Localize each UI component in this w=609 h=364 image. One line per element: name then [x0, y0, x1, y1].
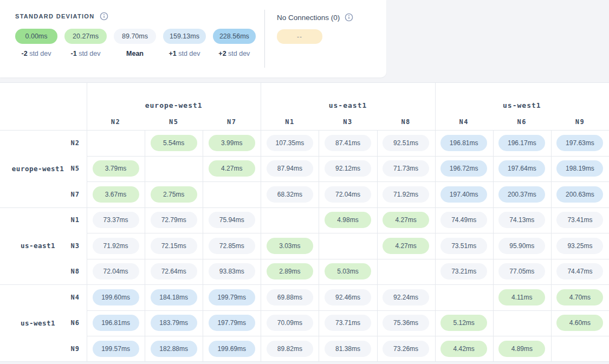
latency-cell[interactable]: 4.60ms — [551, 310, 609, 336]
latency-pill[interactable]: 3.99ms — [209, 135, 255, 151]
latency-cell[interactable]: 68.32ms — [261, 181, 319, 207]
latency-cell[interactable]: 3.67ms — [87, 181, 145, 207]
latency-pill[interactable]: 68.32ms — [267, 186, 313, 203]
latency-cell[interactable]: 196.17ms — [493, 130, 551, 156]
latency-cell[interactable]: 72.04ms — [87, 259, 145, 285]
latency-pill[interactable]: 200.37ms — [498, 186, 545, 203]
latency-pill[interactable]: 196.81ms — [93, 315, 139, 331]
latency-cell[interactable]: 199.57ms — [87, 336, 145, 362]
latency-cell[interactable]: 183.79ms — [145, 310, 203, 336]
latency-cell[interactable]: 4.89ms — [493, 336, 551, 362]
latency-pill[interactable]: 107.35ms — [267, 135, 313, 151]
latency-pill[interactable]: 5.03ms — [325, 263, 371, 280]
latency-cell[interactable]: 197.79ms — [203, 310, 261, 336]
latency-cell[interactable]: 73.37ms — [87, 207, 145, 233]
latency-pill[interactable]: 87.41ms — [325, 135, 371, 151]
latency-pill[interactable]: 2.75ms — [151, 186, 197, 203]
latency-pill[interactable]: 4.98ms — [325, 212, 371, 228]
latency-pill[interactable]: 196.17ms — [498, 135, 545, 151]
latency-pill[interactable]: 69.88ms — [267, 289, 313, 306]
latency-cell[interactable]: 75.36ms — [377, 310, 435, 336]
latency-pill[interactable]: 199.79ms — [209, 289, 255, 306]
latency-pill[interactable]: 73.26ms — [383, 341, 429, 357]
latency-pill[interactable]: 89.82ms — [267, 341, 313, 357]
latency-cell[interactable]: 197.63ms — [551, 130, 609, 156]
latency-cell[interactable]: 72.04ms — [319, 181, 377, 207]
latency-cell[interactable]: 2.75ms — [145, 181, 203, 207]
latency-pill[interactable]: 73.71ms — [325, 315, 371, 331]
latency-cell[interactable]: 93.83ms — [203, 259, 261, 285]
latency-pill[interactable]: 197.64ms — [498, 160, 545, 177]
latency-cell[interactable]: 75.94ms — [203, 207, 261, 233]
latency-pill[interactable]: 4.27ms — [383, 212, 429, 228]
latency-pill[interactable]: 73.51ms — [440, 238, 487, 254]
latency-cell[interactable]: 92.51ms — [377, 130, 435, 156]
latency-cell[interactable]: 73.21ms — [435, 259, 493, 285]
latency-cell[interactable]: 72.85ms — [203, 233, 261, 259]
latency-pill[interactable]: 75.94ms — [209, 212, 255, 228]
latency-cell[interactable]: 107.35ms — [261, 130, 319, 156]
latency-cell[interactable]: 199.60ms — [87, 284, 145, 310]
latency-pill[interactable]: 199.57ms — [93, 341, 139, 357]
latency-pill[interactable]: 198.19ms — [556, 160, 603, 177]
latency-pill[interactable]: 92.46ms — [325, 289, 371, 306]
latency-pill[interactable]: 92.12ms — [325, 160, 371, 177]
latency-pill[interactable]: 70.09ms — [267, 315, 313, 331]
latency-cell[interactable]: 70.09ms — [261, 310, 319, 336]
latency-cell[interactable]: 92.12ms — [319, 156, 377, 182]
latency-cell[interactable]: 4.98ms — [319, 207, 377, 233]
latency-cell[interactable]: 196.72ms — [435, 156, 493, 182]
latency-pill[interactable]: 73.37ms — [93, 212, 139, 228]
latency-cell[interactable]: 4.27ms — [377, 233, 435, 259]
latency-cell[interactable]: 197.64ms — [493, 156, 551, 182]
latency-cell[interactable]: 5.54ms — [145, 130, 203, 156]
latency-pill[interactable]: 4.89ms — [498, 341, 545, 357]
latency-pill[interactable]: 3.67ms — [93, 186, 139, 203]
latency-pill[interactable]: 71.73ms — [383, 160, 429, 177]
latency-pill[interactable]: 72.15ms — [151, 238, 197, 254]
latency-cell[interactable]: 200.63ms — [551, 181, 609, 207]
latency-cell[interactable]: 200.37ms — [493, 181, 551, 207]
latency-pill[interactable]: 4.42ms — [440, 341, 487, 357]
info-icon[interactable] — [100, 12, 108, 21]
latency-pill[interactable]: 5.12ms — [440, 315, 487, 331]
latency-cell[interactable]: 87.41ms — [319, 130, 377, 156]
latency-cell[interactable]: 3.03ms — [261, 233, 319, 259]
latency-pill[interactable]: 4.27ms — [383, 238, 429, 254]
latency-pill[interactable]: 199.60ms — [93, 289, 139, 306]
latency-pill[interactable]: 72.85ms — [209, 238, 255, 254]
latency-pill[interactable]: 3.79ms — [93, 160, 139, 177]
latency-pill[interactable]: 81.38ms — [325, 341, 371, 357]
latency-cell[interactable]: 72.15ms — [145, 233, 203, 259]
latency-cell[interactable]: 184.18ms — [145, 284, 203, 310]
latency-pill[interactable]: 93.25ms — [556, 238, 603, 254]
latency-cell[interactable]: 4.11ms — [493, 284, 551, 310]
latency-cell[interactable]: 72.79ms — [145, 207, 203, 233]
latency-pill[interactable]: 184.18ms — [151, 289, 197, 306]
latency-cell[interactable]: 73.71ms — [319, 310, 377, 336]
latency-cell[interactable]: 72.64ms — [145, 259, 203, 285]
latency-cell[interactable]: 199.79ms — [203, 284, 261, 310]
latency-pill[interactable]: 74.47ms — [556, 263, 603, 280]
latency-cell[interactable]: 69.88ms — [261, 284, 319, 310]
latency-cell[interactable]: 73.51ms — [435, 233, 493, 259]
latency-pill[interactable]: 92.24ms — [383, 289, 429, 306]
latency-cell[interactable]: 5.03ms — [319, 259, 377, 285]
latency-pill[interactable]: 95.90ms — [498, 238, 545, 254]
latency-pill[interactable]: 75.36ms — [383, 315, 429, 331]
latency-pill[interactable]: 4.11ms — [498, 289, 545, 306]
latency-cell[interactable]: 3.99ms — [203, 130, 261, 156]
latency-pill[interactable]: 71.92ms — [383, 186, 429, 203]
latency-cell[interactable]: 2.89ms — [261, 259, 319, 285]
latency-pill[interactable]: 2.89ms — [267, 263, 313, 280]
latency-cell[interactable]: 4.42ms — [435, 336, 493, 362]
latency-pill[interactable]: 4.27ms — [209, 160, 255, 177]
latency-cell[interactable]: 71.92ms — [377, 181, 435, 207]
latency-cell[interactable]: 77.05ms — [493, 259, 551, 285]
latency-cell[interactable]: 197.40ms — [435, 181, 493, 207]
latency-pill[interactable]: 87.94ms — [267, 160, 313, 177]
latency-cell[interactable]: 5.12ms — [435, 310, 493, 336]
latency-pill[interactable]: 199.69ms — [209, 341, 255, 357]
latency-cell[interactable]: 74.49ms — [435, 207, 493, 233]
latency-cell[interactable]: 71.73ms — [377, 156, 435, 182]
